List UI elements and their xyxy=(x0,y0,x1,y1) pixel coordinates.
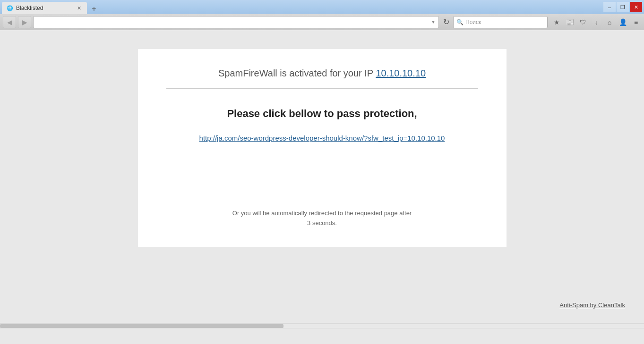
tab-favicon: 🌐 xyxy=(7,5,13,11)
shield-icon[interactable]: 🛡 xyxy=(578,17,588,27)
ip-address-link[interactable]: 10.10.10.10 xyxy=(376,68,426,78)
refresh-button[interactable]: ↻ xyxy=(441,17,451,27)
window-controls: – ❐ ✕ xyxy=(603,2,642,12)
tab-close-button[interactable]: ✕ xyxy=(76,5,82,11)
restore-button[interactable]: ❐ xyxy=(617,2,629,12)
reader-icon[interactable]: 📰 xyxy=(565,17,575,27)
new-tab-button[interactable]: + xyxy=(89,4,99,14)
pass-protection-link[interactable]: http://ja.com/seo-wordpress-developer-sh… xyxy=(199,134,445,142)
scrollbar-thumb[interactable] xyxy=(0,324,283,328)
main-message: Please click bellow to pass protection, xyxy=(227,108,417,120)
redirect-line1: Or you will be automatically redirected … xyxy=(232,209,412,218)
redirect-line2: 3 seconds. xyxy=(232,218,412,228)
forward-button[interactable]: ▶ xyxy=(18,16,31,28)
url-bar[interactable]: ▼ xyxy=(33,16,439,28)
redirect-message: Or you will be automatically redirected … xyxy=(232,209,412,228)
page-area: SpamFireWall is activated for your IP 10… xyxy=(0,30,644,323)
navigation-bar: ◀ ▶ ▼ ↻ 🔍 Поиск ★ 📰 🛡 ↓ ⌂ 👤 ≡ xyxy=(0,14,644,30)
search-placeholder: Поиск xyxy=(465,19,481,25)
cleantalk-link[interactable]: Anti-Spam by CleanTalk xyxy=(559,302,625,309)
minimize-button[interactable]: – xyxy=(603,2,616,12)
tab-title: Blacklisted xyxy=(16,5,43,11)
back-button[interactable]: ◀ xyxy=(3,16,16,28)
home-icon[interactable]: ⌂ xyxy=(604,17,615,27)
header-section: SpamFireWall is activated for your IP 10… xyxy=(166,68,478,89)
tab-strip: 🌐 Blacklisted ✕ + xyxy=(2,0,99,14)
page-footer: Anti-Spam by CleanTalk xyxy=(9,297,635,313)
title-bar: 🌐 Blacklisted ✕ + – ❐ ✕ xyxy=(0,0,644,14)
download-icon[interactable]: ↓ xyxy=(591,17,601,27)
search-bar[interactable]: 🔍 Поиск xyxy=(453,16,548,28)
horizontal-scrollbar[interactable] xyxy=(0,323,644,328)
header-text: SpamFireWall is activated for your IP xyxy=(218,68,373,78)
scrollbar-track[interactable] xyxy=(0,324,644,328)
menu-icon[interactable]: ≡ xyxy=(631,17,641,27)
search-icon: 🔍 xyxy=(456,19,464,25)
sync-icon[interactable]: 👤 xyxy=(618,17,628,27)
active-tab[interactable]: 🌐 Blacklisted ✕ xyxy=(2,2,87,14)
url-dropdown-icon[interactable]: ▼ xyxy=(431,19,436,25)
bookmark-icon[interactable]: ★ xyxy=(551,17,562,27)
content-box: SpamFireWall is activated for your IP 10… xyxy=(138,49,507,247)
close-window-button[interactable]: ✕ xyxy=(630,2,642,12)
toolbar-icons: ★ 📰 🛡 ↓ ⌂ 👤 ≡ xyxy=(551,17,641,27)
